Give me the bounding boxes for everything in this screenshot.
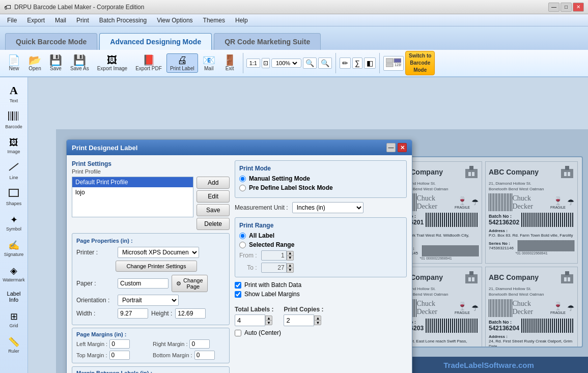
predefine-mode-row: Pre Define Label Stock Mode [239, 184, 402, 191]
print-label-button[interactable]: 🖨 Print Label [166, 53, 198, 73]
sidebar-tool-signature[interactable]: ✍ Signature [2, 236, 26, 261]
mail-icon: 📧 [203, 55, 215, 65]
menu-themes[interactable]: Themes [198, 16, 230, 25]
sidebar-tool-symbol[interactable]: ✦ Symbol [2, 211, 26, 235]
sidebar-tool-line[interactable]: Line [2, 159, 26, 184]
to-input[interactable] [261, 263, 287, 273]
print-copies-input[interactable] [284, 314, 314, 326]
sidebar-tool-labelinfo[interactable]: LabelInfo [2, 287, 26, 306]
save-profile-button[interactable]: Save [197, 204, 230, 216]
zoom-out-button[interactable]: 🔍 [318, 58, 332, 69]
change-page-button[interactable]: ⚙ ChangePage [172, 275, 208, 292]
measurement-row: Measurement Unit : Inches (in) Millimete… [235, 202, 407, 213]
all-label-label[interactable]: All Label [249, 232, 274, 239]
zoom-in-button[interactable]: 🔍 [303, 58, 317, 69]
formula-button[interactable]: ∑ [352, 58, 362, 69]
sidebar-tool-ruler[interactable]: 📏 Ruler [2, 333, 26, 357]
dialog-close-button[interactable]: ✕ [398, 143, 407, 152]
sidebar-tool-grid[interactable]: ⊞ Grid [2, 307, 26, 332]
save-button[interactable]: 💾 Save [46, 53, 66, 73]
mail-button[interactable]: 📧 Mail [199, 53, 219, 73]
batch-data-checkbox[interactable] [235, 282, 241, 289]
saveas-button[interactable]: 💾 Save As [67, 53, 93, 73]
fit-button[interactable]: ⊡ [262, 58, 270, 68]
menu-mail[interactable]: Mail [50, 16, 71, 25]
sidebar-tool-watermark[interactable]: ◈ Watermark [2, 262, 26, 286]
ruler-icon: 📏 [8, 336, 19, 348]
right-margin-input[interactable] [189, 339, 210, 349]
extra-tools[interactable]: 123567 [383, 56, 404, 71]
sidebar-tool-barcode[interactable]: Barcode [2, 108, 26, 133]
zoom-control[interactable]: 100% 75% 50% 125% 150% [271, 59, 301, 68]
to-down[interactable]: ▼ [287, 268, 294, 273]
from-input[interactable] [261, 250, 287, 261]
menu-view[interactable]: View Options [152, 16, 198, 25]
show-margins-checkbox[interactable] [235, 291, 241, 298]
align-button[interactable]: ◧ [364, 58, 376, 69]
manual-mode-label[interactable]: Manual Setting Mode [249, 175, 310, 182]
open-button[interactable]: 📂 Open [25, 53, 45, 73]
print-copies-down[interactable]: ▼ [314, 320, 321, 325]
menu-batch[interactable]: Batch Processing [94, 16, 152, 25]
measurement-select[interactable]: Inches (in) Millimeters (mm) Centimeters… [292, 202, 363, 213]
dialog-body: Print Settings Print Profile Default Pri… [67, 155, 412, 373]
sidebar-tool-image[interactable]: 🖼 Image [2, 134, 26, 158]
export-image-button[interactable]: 🖼 Export Image [94, 53, 131, 73]
show-margins-label[interactable]: Show Label Margins [244, 291, 300, 298]
minimize-button[interactable]: — [548, 3, 559, 12]
all-label-radio[interactable] [239, 233, 246, 239]
batch-data-label[interactable]: Print with Batch Data [244, 281, 301, 289]
print-mode-title: Print Mode [239, 165, 402, 172]
app-title: DRPU Barcode Label Maker - Corporate Edi… [14, 4, 548, 11]
sidebar-tool-shapes[interactable]: Shapes [2, 185, 26, 210]
selected-range-label[interactable]: Selected Range [249, 241, 294, 248]
new-button[interactable]: 📄 New [4, 53, 24, 73]
delete-profile-button[interactable]: Delete [197, 218, 230, 230]
open-icon: 📂 [29, 55, 41, 65]
total-labels-input[interactable] [235, 314, 265, 326]
menu-file[interactable]: File [2, 16, 22, 25]
predefine-mode-radio[interactable] [239, 185, 246, 191]
menu-print[interactable]: Print [71, 16, 94, 25]
height-input[interactable] [175, 308, 206, 319]
profile-item-lojo[interactable]: lojo [72, 187, 193, 197]
from-down[interactable]: ▼ [287, 255, 294, 261]
edit-profile-button[interactable]: Edit [197, 190, 230, 203]
1to1-button[interactable]: 1:1 [246, 59, 260, 68]
auto-center-label[interactable]: Auto (Center) [244, 329, 281, 336]
page-properties-title: Page Properties (in) : [76, 238, 225, 244]
bottom-margin-input[interactable] [194, 351, 215, 360]
save-icon: 💾 [49, 55, 62, 65]
dialog-minimize-button[interactable]: — [386, 143, 396, 152]
total-labels-down[interactable]: ▼ [265, 320, 272, 325]
export-pdf-button[interactable]: 📕 Export PDF [132, 53, 165, 73]
close-window-button[interactable]: ✕ [573, 3, 584, 12]
add-profile-button[interactable]: Add [197, 177, 230, 189]
tab-quick[interactable]: Quick Barcode Mode [5, 33, 97, 50]
printer-select[interactable]: Microsoft XPS Document Writer [118, 247, 199, 258]
exit-button[interactable]: 🚪 Exit [220, 53, 240, 73]
manual-mode-radio[interactable] [239, 176, 246, 182]
tab-advanced[interactable]: Advanced Designing Mode [99, 33, 212, 50]
paper-input[interactable] [118, 278, 169, 289]
change-printer-button[interactable]: Change Printer Settings [116, 261, 197, 272]
right-margin-item: Right Margin : [153, 339, 225, 349]
left-margin-input[interactable] [109, 339, 130, 349]
tab-qr[interactable]: QR Code Marketing Suite [214, 33, 321, 50]
predefine-mode-label[interactable]: Pre Define Label Stock Mode [249, 184, 333, 191]
maximize-button[interactable]: □ [561, 3, 572, 12]
menu-help[interactable]: Help [230, 16, 253, 25]
orientation-select[interactable]: Portrait Landscape [118, 295, 179, 306]
sidebar-tool-text[interactable]: A Text [2, 80, 26, 107]
edit-tool-button[interactable]: ✏ [340, 58, 351, 69]
switch-to-barcode-button[interactable]: Switch toBarcodeMode [405, 51, 435, 75]
zoom-select[interactable]: 100% 75% 50% 125% 150% [274, 60, 299, 67]
width-input[interactable] [118, 308, 148, 319]
auto-center-checkbox[interactable] [235, 330, 241, 336]
profile-list: Default Print Profile lojo [72, 177, 193, 217]
profile-item-default[interactable]: Default Print Profile [72, 177, 193, 187]
from-to-grid: From : ▲▼ To : ▲▼ [239, 250, 402, 273]
top-margin-input[interactable] [109, 351, 130, 360]
selected-range-radio[interactable] [239, 242, 246, 248]
menu-export[interactable]: Export [22, 16, 50, 25]
